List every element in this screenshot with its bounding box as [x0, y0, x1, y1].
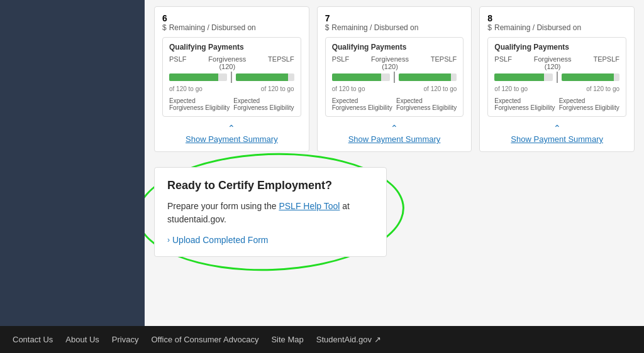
show-summary-6[interactable]: ⌃ Show Payment Summary: [162, 123, 301, 144]
forgiveness-label-7: Forgiveness (120): [349, 55, 431, 70]
eligibility-right-8: Expected Forgiveness Eligibility: [559, 97, 619, 111]
remaining-disbursed-6: Remaining / Disbursed on: [169, 23, 256, 32]
content-area: 6 $ Remaining / Disbursed on Qualifying …: [145, 0, 644, 326]
pslf-tepslf-labels-6: PSLF Forgiveness (120) TEPSLF: [169, 55, 294, 70]
chevron-up-icon-8: ⌃: [553, 123, 561, 133]
forgiveness-eligibility-6: Expected Forgiveness Eligibility Expecte…: [169, 97, 294, 111]
show-summary-button-6[interactable]: Show Payment Summary: [186, 134, 278, 144]
tepslf-bar-7: [399, 73, 457, 81]
progress-info-6: of 120 to go of 120 to go: [169, 85, 294, 92]
tepslf-bar-6: [236, 73, 294, 81]
pslf-label-7: PSLF: [332, 55, 350, 70]
forgiveness-label-6: Forgiveness (120): [187, 55, 269, 70]
bar-divider-7: [394, 72, 395, 83]
loan-card-8: 8 $ Remaining / Disbursed on Qualifying …: [479, 6, 635, 152]
pslf-label-8: PSLF: [494, 55, 512, 70]
loan-card-7: 7 $ Remaining / Disbursed on Qualifying …: [317, 6, 472, 152]
qualifying-section-6: Qualifying Payments PSLF Forgiveness (12…: [162, 37, 301, 117]
show-summary-7[interactable]: ⌃ Show Payment Summary: [325, 123, 464, 144]
qualifying-title-8: Qualifying Payments: [494, 43, 619, 52]
remaining-disbursed-8: Remaining / Disbursed on: [494, 23, 581, 32]
pslf-tepslf-labels-7: PSLF Forgiveness (120) TEPSLF: [332, 55, 457, 70]
footer: Contact Us About Us Privacy Office of Co…: [0, 326, 644, 353]
forgiveness-eligibility-8: Expected Forgiveness Eligibility Expecte…: [494, 97, 619, 111]
sidebar: [0, 0, 145, 326]
footer-about-us[interactable]: About Us: [65, 335, 99, 344]
of120-left-7: of 120 to go: [332, 85, 365, 92]
qualifying-section-8: Qualifying Payments PSLF Forgiveness (12…: [487, 37, 626, 117]
certify-section: Ready to Certify Employment? Prepare you…: [154, 167, 387, 257]
eligibility-left-6: Expected Forgiveness Eligibility: [169, 97, 230, 111]
loan-number-8: 8: [487, 13, 626, 23]
progress-info-8: of 120 to go of 120 to go: [494, 85, 619, 92]
footer-contact-us[interactable]: Contact Us: [13, 335, 53, 344]
eligibility-right-7: Expected Forgiveness Eligibility: [396, 97, 457, 111]
of120-right-8: of 120 to go: [586, 85, 619, 92]
pslf-bar-8: [494, 73, 552, 81]
eligibility-left-7: Expected Forgiveness Eligibility: [332, 97, 392, 111]
chevron-up-icon-7: ⌃: [391, 123, 398, 133]
pslf-bar-6: [169, 73, 227, 81]
certify-text: Prepare your form using the PSLF Help To…: [167, 200, 374, 226]
eligibility-left-8: Expected Forgiveness Eligibility: [494, 97, 555, 111]
of120-right-7: of 120 to go: [424, 85, 457, 92]
loan-amount-row-6: $ Remaining / Disbursed on: [162, 23, 301, 32]
footer-student-aid[interactable]: StudentAid.gov ↗: [316, 335, 381, 344]
currency-6: $: [162, 23, 167, 32]
eligibility-right-6: Expected Forgiveness Eligibility: [233, 97, 294, 111]
tepslf-bar-8: [562, 73, 619, 81]
qualifying-section-7: Qualifying Payments PSLF Forgiveness (12…: [325, 37, 464, 117]
pslf-bar-7: [332, 73, 390, 81]
progress-bars-8: [494, 72, 619, 83]
loans-row: 6 $ Remaining / Disbursed on Qualifying …: [154, 6, 635, 152]
show-summary-button-8[interactable]: Show Payment Summary: [511, 134, 603, 144]
pslf-help-tool-link[interactable]: PSLF Help Tool: [279, 201, 340, 211]
of120-right-6: of 120 to go: [261, 85, 294, 92]
of120-left-8: of 120 to go: [494, 85, 528, 92]
loan-number-6: 6: [162, 13, 301, 23]
remaining-disbursed-7: Remaining / Disbursed on: [331, 23, 418, 32]
tepslf-label-6: TEPSLF: [268, 55, 294, 70]
certify-title: Ready to Certify Employment?: [167, 179, 374, 192]
progress-info-7: of 120 to go of 120 to go: [332, 85, 457, 92]
chevron-up-icon-6: ⌃: [228, 123, 235, 133]
certify-text-before: Prepare your form using the: [167, 201, 279, 211]
loan-amount-row-7: $ Remaining / Disbursed on: [325, 23, 464, 32]
bar-divider-8: [557, 72, 558, 83]
footer-office[interactable]: Office of Consumer Advocacy: [151, 335, 258, 344]
tepslf-label-8: TEPSLF: [593, 55, 619, 70]
of120-left-6: of 120 to go: [169, 85, 203, 92]
pslf-tepslf-labels-8: PSLF Forgiveness (120) TEPSLF: [494, 55, 619, 70]
show-summary-button-7[interactable]: Show Payment Summary: [348, 134, 441, 144]
loan-card-6: 6 $ Remaining / Disbursed on Qualifying …: [154, 6, 309, 152]
footer-site-map[interactable]: Site Map: [271, 335, 303, 344]
loan-number-7: 7: [325, 13, 464, 23]
progress-bars-7: [332, 72, 457, 83]
chevron-right-icon: ›: [167, 236, 170, 244]
tepslf-label-7: TEPSLF: [431, 55, 457, 70]
progress-bars-6: [169, 72, 294, 83]
qualifying-title-7: Qualifying Payments: [332, 43, 457, 52]
forgiveness-label-8: Forgiveness (120): [512, 55, 594, 70]
qualifying-title-6: Qualifying Payments: [169, 43, 294, 52]
pslf-label-6: PSLF: [169, 55, 187, 70]
bar-divider-6: [231, 72, 232, 83]
currency-7: $: [325, 23, 330, 32]
currency-8: $: [487, 23, 492, 32]
upload-label: Upload Completed Form: [172, 235, 269, 245]
footer-privacy[interactable]: Privacy: [112, 335, 139, 344]
show-summary-8[interactable]: ⌃ Show Payment Summary: [487, 123, 626, 144]
upload-completed-form-link[interactable]: › Upload Completed Form: [167, 235, 374, 245]
forgiveness-eligibility-7: Expected Forgiveness Eligibility Expecte…: [332, 97, 457, 111]
loan-amount-row-8: $ Remaining / Disbursed on: [487, 23, 626, 32]
